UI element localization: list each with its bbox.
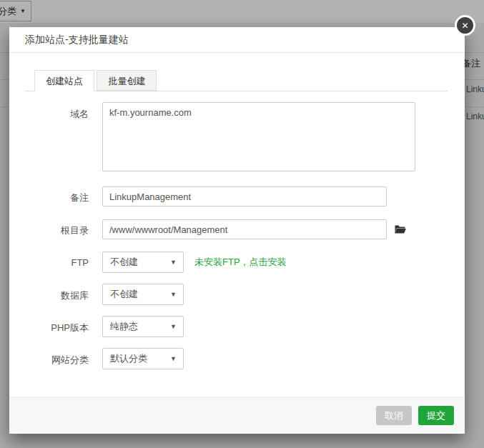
close-icon: ✕ — [461, 21, 468, 31]
database-select-value: 不创建 — [110, 288, 138, 301]
database-label: 数据库 — [9, 289, 89, 302]
cancel-button[interactable]: 取消 — [376, 406, 412, 425]
domain-label: 域名 — [9, 108, 89, 121]
site-category-select-value: 默认分类 — [110, 352, 147, 365]
submit-button[interactable]: 提交 — [418, 406, 454, 425]
tab-batch-create[interactable]: 批量创建 — [97, 70, 157, 91]
tab-bar: 创建站点 批量创建 — [25, 70, 448, 91]
ftp-install-link[interactable]: 未安装FTP，点击安装 — [194, 252, 287, 273]
modal-header: 添加站点-支持批量建站 — [9, 27, 465, 53]
site-category-label: 网站分类 — [9, 354, 89, 367]
ftp-label: FTP — [9, 257, 89, 268]
php-version-select-value: 纯静态 — [110, 320, 138, 333]
caret-down-icon: ▼ — [170, 323, 177, 330]
note-label: 备注 — [9, 191, 89, 204]
folder-open-icon[interactable] — [394, 224, 407, 235]
site-category-select[interactable]: 默认分类 ▼ — [102, 348, 184, 369]
close-button[interactable]: ✕ — [455, 15, 475, 36]
php-version-select[interactable]: 纯静态 ▼ — [102, 316, 184, 337]
php-version-label: PHP版本 — [9, 322, 89, 334]
root-dir-input[interactable] — [102, 219, 387, 239]
root-dir-label: 根目录 — [9, 224, 89, 237]
ftp-select[interactable]: 不创建 ▼ — [102, 252, 184, 273]
database-select[interactable]: 不创建 ▼ — [102, 284, 184, 305]
modal-footer: 取消 提交 — [9, 397, 465, 434]
screen: 分类 ▼ 备注 Linku Linku ✕ 添加站点-支持批量建站 创建站点 批… — [0, 0, 484, 448]
caret-down-icon: ▼ — [170, 291, 177, 298]
modal-title: 添加站点-支持批量建站 — [25, 34, 129, 46]
domain-textarea[interactable]: kf-m.yourname.com — [102, 102, 415, 171]
caret-down-icon: ▼ — [170, 259, 177, 266]
add-site-modal: ✕ 添加站点-支持批量建站 创建站点 批量创建 域名 kf-m.yourname… — [9, 27, 465, 434]
ftp-select-value: 不创建 — [110, 256, 138, 269]
caret-down-icon: ▼ — [170, 355, 177, 362]
tab-create-site[interactable]: 创建站点 — [34, 70, 94, 91]
note-input[interactable] — [102, 186, 387, 206]
